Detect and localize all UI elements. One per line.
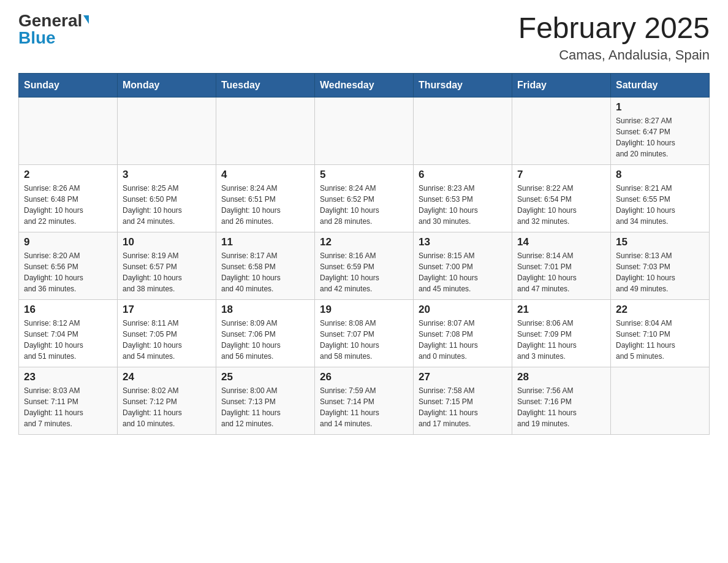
day-info: Sunrise: 8:02 AMSunset: 7:12 PMDaylight:… <box>123 385 211 429</box>
logo-general-text: General <box>18 12 82 29</box>
calendar-cell: 14Sunrise: 8:14 AMSunset: 7:01 PMDayligh… <box>512 232 611 299</box>
day-number: 23 <box>24 371 112 383</box>
day-number: 7 <box>517 169 605 181</box>
calendar-cell: 5Sunrise: 8:24 AMSunset: 6:52 PMDaylight… <box>315 164 414 232</box>
calendar-cell: 15Sunrise: 8:13 AMSunset: 7:03 PMDayligh… <box>611 232 710 299</box>
day-info: Sunrise: 7:58 AMSunset: 7:15 PMDaylight:… <box>419 385 507 429</box>
day-number: 10 <box>123 236 211 248</box>
calendar-cell <box>315 97 414 164</box>
location-title: Camas, Andalusia, Spain <box>518 47 710 63</box>
day-info: Sunrise: 8:04 AMSunset: 7:10 PMDaylight:… <box>616 318 704 362</box>
calendar-cell: 25Sunrise: 8:00 AMSunset: 7:13 PMDayligh… <box>216 367 315 434</box>
calendar-cell: 28Sunrise: 7:56 AMSunset: 7:16 PMDayligh… <box>512 367 611 434</box>
calendar-week-3: 9Sunrise: 8:20 AMSunset: 6:56 PMDaylight… <box>19 232 710 299</box>
calendar-cell: 2Sunrise: 8:26 AMSunset: 6:48 PMDaylight… <box>19 164 118 232</box>
header-row: SundayMondayTuesdayWednesdayThursdayFrid… <box>19 73 710 97</box>
calendar-cell: 11Sunrise: 8:17 AMSunset: 6:58 PMDayligh… <box>216 232 315 299</box>
calendar-cell: 26Sunrise: 7:59 AMSunset: 7:14 PMDayligh… <box>315 367 414 434</box>
day-number: 17 <box>123 304 211 316</box>
day-number: 9 <box>24 236 112 248</box>
day-info: Sunrise: 8:21 AMSunset: 6:55 PMDaylight:… <box>616 183 704 227</box>
calendar-cell: 4Sunrise: 8:24 AMSunset: 6:51 PMDaylight… <box>216 164 315 232</box>
calendar-cell: 3Sunrise: 8:25 AMSunset: 6:50 PMDaylight… <box>118 164 216 232</box>
calendar-cell: 6Sunrise: 8:23 AMSunset: 6:53 PMDaylight… <box>414 164 512 232</box>
day-info: Sunrise: 8:15 AMSunset: 7:00 PMDaylight:… <box>419 250 507 294</box>
day-number: 2 <box>24 169 112 181</box>
calendar-cell: 23Sunrise: 8:03 AMSunset: 7:11 PMDayligh… <box>19 367 118 434</box>
day-info: Sunrise: 8:14 AMSunset: 7:01 PMDaylight:… <box>517 250 605 294</box>
calendar-week-1: 1Sunrise: 8:27 AMSunset: 6:47 PMDaylight… <box>19 97 710 164</box>
day-info: Sunrise: 8:24 AMSunset: 6:51 PMDaylight:… <box>221 183 309 227</box>
day-info: Sunrise: 8:13 AMSunset: 7:03 PMDaylight:… <box>616 250 704 294</box>
calendar-week-4: 16Sunrise: 8:12 AMSunset: 7:04 PMDayligh… <box>19 299 710 367</box>
day-header-friday: Friday <box>512 73 611 97</box>
day-info: Sunrise: 8:27 AMSunset: 6:47 PMDaylight:… <box>616 115 704 159</box>
day-number: 24 <box>123 371 211 383</box>
calendar-table: SundayMondayTuesdayWednesdayThursdayFrid… <box>18 73 710 435</box>
calendar-cell <box>414 97 512 164</box>
day-info: Sunrise: 8:20 AMSunset: 6:56 PMDaylight:… <box>24 250 112 294</box>
day-number: 25 <box>221 371 309 383</box>
calendar-cell <box>216 97 315 164</box>
day-number: 27 <box>419 371 507 383</box>
day-info: Sunrise: 8:19 AMSunset: 6:57 PMDaylight:… <box>123 250 211 294</box>
day-header-saturday: Saturday <box>611 73 710 97</box>
logo: General Blue <box>18 12 89 47</box>
day-info: Sunrise: 8:17 AMSunset: 6:58 PMDaylight:… <box>221 250 309 294</box>
day-info: Sunrise: 8:03 AMSunset: 7:11 PMDaylight:… <box>24 385 112 429</box>
day-header-monday: Monday <box>118 73 216 97</box>
day-info: Sunrise: 8:24 AMSunset: 6:52 PMDaylight:… <box>320 183 408 227</box>
day-number: 13 <box>419 236 507 248</box>
logo-blue-text: Blue <box>18 29 89 47</box>
calendar-cell: 9Sunrise: 8:20 AMSunset: 6:56 PMDaylight… <box>19 232 118 299</box>
day-info: Sunrise: 8:12 AMSunset: 7:04 PMDaylight:… <box>24 318 112 362</box>
day-info: Sunrise: 8:07 AMSunset: 7:08 PMDaylight:… <box>419 318 507 362</box>
day-number: 26 <box>320 371 408 383</box>
day-header-sunday: Sunday <box>19 73 118 97</box>
day-header-wednesday: Wednesday <box>315 73 414 97</box>
day-number: 3 <box>123 169 211 181</box>
day-header-tuesday: Tuesday <box>216 73 315 97</box>
day-number: 12 <box>320 236 408 248</box>
calendar-cell: 18Sunrise: 8:09 AMSunset: 7:06 PMDayligh… <box>216 299 315 367</box>
day-number: 4 <box>221 169 309 181</box>
day-info: Sunrise: 8:26 AMSunset: 6:48 PMDaylight:… <box>24 183 112 227</box>
day-info: Sunrise: 8:23 AMSunset: 6:53 PMDaylight:… <box>419 183 507 227</box>
day-info: Sunrise: 8:00 AMSunset: 7:13 PMDaylight:… <box>221 385 309 429</box>
day-number: 11 <box>221 236 309 248</box>
day-number: 18 <box>221 304 309 316</box>
calendar-week-2: 2Sunrise: 8:26 AMSunset: 6:48 PMDaylight… <box>19 164 710 232</box>
day-number: 5 <box>320 169 408 181</box>
day-number: 19 <box>320 304 408 316</box>
calendar-cell: 16Sunrise: 8:12 AMSunset: 7:04 PMDayligh… <box>19 299 118 367</box>
day-number: 14 <box>517 236 605 248</box>
day-number: 20 <box>419 304 507 316</box>
day-info: Sunrise: 8:16 AMSunset: 6:59 PMDaylight:… <box>320 250 408 294</box>
calendar-cell: 20Sunrise: 8:07 AMSunset: 7:08 PMDayligh… <box>414 299 512 367</box>
day-header-thursday: Thursday <box>414 73 512 97</box>
title-section: February 2025 Camas, Andalusia, Spain <box>518 12 710 63</box>
day-info: Sunrise: 7:59 AMSunset: 7:14 PMDaylight:… <box>320 385 408 429</box>
calendar-cell: 19Sunrise: 8:08 AMSunset: 7:07 PMDayligh… <box>315 299 414 367</box>
day-info: Sunrise: 8:11 AMSunset: 7:05 PMDaylight:… <box>123 318 211 362</box>
day-info: Sunrise: 8:22 AMSunset: 6:54 PMDaylight:… <box>517 183 605 227</box>
calendar-week-5: 23Sunrise: 8:03 AMSunset: 7:11 PMDayligh… <box>19 367 710 434</box>
calendar-cell: 17Sunrise: 8:11 AMSunset: 7:05 PMDayligh… <box>118 299 216 367</box>
day-number: 21 <box>517 304 605 316</box>
day-info: Sunrise: 8:25 AMSunset: 6:50 PMDaylight:… <box>123 183 211 227</box>
day-number: 15 <box>616 236 704 248</box>
day-number: 1 <box>616 101 704 113</box>
day-info: Sunrise: 7:56 AMSunset: 7:16 PMDaylight:… <box>517 385 605 429</box>
month-title: February 2025 <box>518 12 710 45</box>
day-number: 6 <box>419 169 507 181</box>
calendar-cell: 22Sunrise: 8:04 AMSunset: 7:10 PMDayligh… <box>611 299 710 367</box>
calendar-cell: 10Sunrise: 8:19 AMSunset: 6:57 PMDayligh… <box>118 232 216 299</box>
calendar-cell: 27Sunrise: 7:58 AMSunset: 7:15 PMDayligh… <box>414 367 512 434</box>
calendar-cell <box>611 367 710 434</box>
day-number: 16 <box>24 304 112 316</box>
calendar-cell: 8Sunrise: 8:21 AMSunset: 6:55 PMDaylight… <box>611 164 710 232</box>
day-number: 28 <box>517 371 605 383</box>
day-number: 22 <box>616 304 704 316</box>
calendar-cell <box>19 97 118 164</box>
calendar-cell: 21Sunrise: 8:06 AMSunset: 7:09 PMDayligh… <box>512 299 611 367</box>
